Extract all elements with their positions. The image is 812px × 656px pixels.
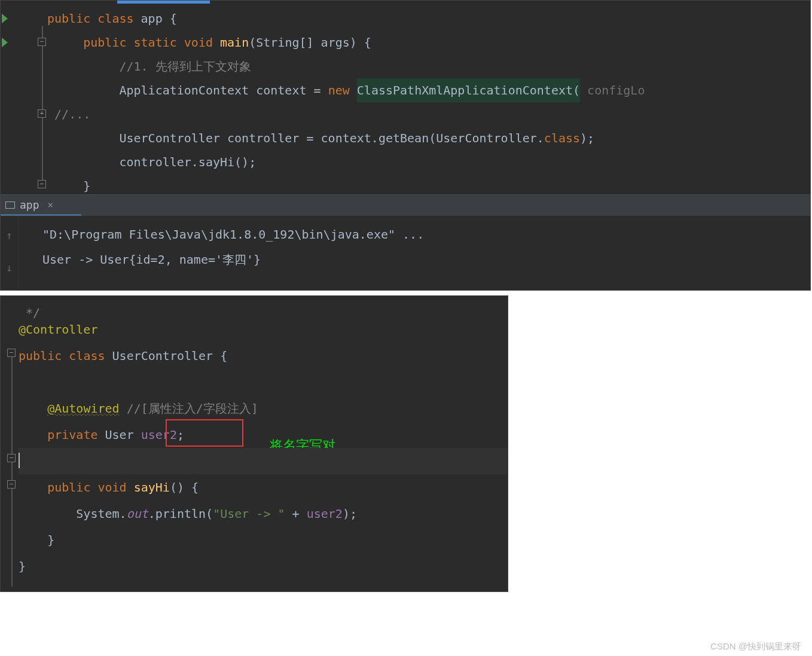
run-gutter-icon[interactable] bbox=[2, 14, 8, 23]
close-tab-icon[interactable]: × bbox=[48, 199, 54, 210]
console-output[interactable]: ↑ ↓ ≣ "D:\Program Files\Java\jdk1.8.0_19… bbox=[1, 216, 810, 290]
run-tab-icon bbox=[5, 202, 15, 209]
code-line[interactable]: UserController controller = context.getB… bbox=[47, 126, 810, 150]
modified-indicator bbox=[117, 1, 210, 4]
code-line[interactable]: @Autowired //[属性注入/字段注入] bbox=[19, 395, 508, 422]
fold-icon[interactable]: + bbox=[38, 109, 46, 118]
fold-guide bbox=[42, 26, 43, 187]
run-gutter-icon[interactable] bbox=[2, 38, 8, 47]
run-tab-label[interactable]: app bbox=[20, 199, 39, 211]
editor-panel-top: − + − public class app { public static v… bbox=[0, 0, 811, 291]
code-line[interactable] bbox=[19, 448, 508, 474]
code-line[interactable]: public class app { bbox=[47, 7, 810, 30]
code-line[interactable]: //... bbox=[47, 102, 810, 126]
code-line[interactable]: public void sayHi() { bbox=[19, 474, 508, 501]
console-gutter: ↑ ↓ ≣ bbox=[1, 216, 19, 290]
current-line-highlight bbox=[19, 448, 508, 474]
scroll-up-icon[interactable]: ↑ bbox=[1, 223, 18, 248]
console-line: "D:\Program Files\Java\jdk1.8.0_192\bin\… bbox=[42, 222, 804, 247]
code-editor[interactable]: − + − public class app { public static v… bbox=[1, 1, 810, 193]
code-line[interactable]: } bbox=[19, 553, 508, 579]
run-tab-bar: app × bbox=[1, 193, 810, 216]
code-line[interactable]: public class UserController { bbox=[19, 343, 508, 369]
code-line[interactable]: //1. 先得到上下文对象 bbox=[47, 54, 810, 78]
code-line[interactable]: private User user2; 将名字写对 bbox=[19, 422, 508, 448]
fold-icon[interactable]: − bbox=[38, 38, 46, 46]
code-line[interactable]: controller.sayHi(); bbox=[47, 150, 810, 174]
console-line: User -> User{id=2, name='李四'} bbox=[42, 247, 804, 272]
scroll-down-icon[interactable]: ↓ bbox=[1, 255, 18, 280]
code-line[interactable]: } bbox=[19, 527, 508, 553]
code-line[interactable]: System.out.println("User -> " + user2); bbox=[19, 501, 508, 527]
code-line[interactable] bbox=[19, 369, 508, 395]
code-line[interactable]: ApplicationContext context = new ClassPa… bbox=[47, 78, 810, 102]
editor-panel-bottom: − − − */ @Controller public class UserCo… bbox=[0, 295, 508, 592]
code-line[interactable]: @Controller bbox=[19, 316, 508, 343]
text-caret bbox=[19, 453, 20, 468]
code-line[interactable]: public static void main(String[] args) { bbox=[47, 30, 810, 54]
code-line[interactable]: */ bbox=[19, 300, 508, 316]
code-editor[interactable]: */ @Controller public class UserControll… bbox=[1, 296, 508, 579]
fold-icon[interactable]: − bbox=[38, 180, 46, 188]
